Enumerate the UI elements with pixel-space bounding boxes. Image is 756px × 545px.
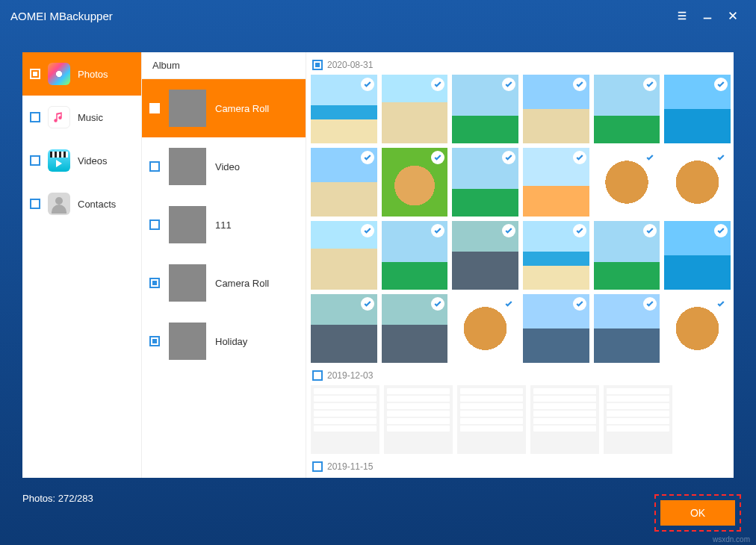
album-holiday[interactable]: Holiday <box>142 312 306 370</box>
close-button[interactable] <box>720 5 746 26</box>
category-contacts[interactable]: Contacts <box>22 182 141 225</box>
selected-check-icon <box>573 78 586 91</box>
photo-thumbnail[interactable] <box>664 75 731 143</box>
selected-check-icon <box>502 78 515 91</box>
date-group-header[interactable]: 2019-12-03 <box>311 367 731 385</box>
photo-thumbnail[interactable] <box>311 221 377 290</box>
category-label: Videos <box>78 155 108 166</box>
photo-thumbnail[interactable] <box>452 221 518 290</box>
title-bar: AOMEI MBackupper <box>0 0 756 31</box>
checkbox-icon[interactable] <box>30 112 40 122</box>
selected-check-icon <box>361 224 374 237</box>
photo-thumbnail[interactable] <box>382 75 448 143</box>
date-group: 2020-08-31 <box>311 57 731 363</box>
ok-button[interactable]: OK <box>660 500 735 526</box>
photo-thumbnail[interactable] <box>594 294 660 363</box>
photo-thumbnail[interactable] <box>530 385 599 454</box>
photo-thumbnail[interactable] <box>594 75 660 143</box>
category-label: Photos <box>78 69 108 80</box>
photo-thumbnail[interactable] <box>523 148 589 217</box>
album-thumbnail <box>169 90 206 127</box>
checkbox-icon[interactable] <box>30 69 40 79</box>
selected-check-icon <box>714 78 728 91</box>
checkbox-icon[interactable] <box>312 461 323 472</box>
checkbox-icon[interactable] <box>312 60 323 70</box>
date-group-header[interactable]: 2020-08-31 <box>311 57 731 75</box>
photo-thumbnail[interactable] <box>664 294 731 363</box>
selected-check-icon <box>502 151 515 164</box>
album-111[interactable]: 111 <box>142 196 306 254</box>
selected-check-icon <box>643 78 657 91</box>
checkbox-icon[interactable] <box>149 336 160 346</box>
photo-thumbnail[interactable] <box>382 221 448 290</box>
selected-check-icon <box>502 224 515 237</box>
photo-thumbnail[interactable] <box>382 294 448 363</box>
album-camera-roll-2[interactable]: Camera Roll <box>142 254 306 312</box>
photo-thumbnail[interactable] <box>452 75 518 143</box>
album-video[interactable]: Video <box>142 137 306 196</box>
checkbox-icon[interactable] <box>312 370 323 381</box>
photo-thumbnail[interactable] <box>384 385 453 454</box>
date-group-header[interactable]: 2019-11-15 <box>311 458 731 476</box>
photo-thumbnail[interactable] <box>523 294 589 363</box>
photo-thumbnail[interactable] <box>311 294 377 363</box>
checkbox-icon[interactable] <box>30 155 40 166</box>
checkbox-icon[interactable] <box>149 278 160 288</box>
photo-thumbnail[interactable] <box>452 294 518 363</box>
category-photos[interactable]: Photos <box>22 52 141 96</box>
date-group: 2019-12-03 <box>311 367 731 454</box>
photo-thumbnail[interactable] <box>523 75 589 143</box>
selected-check-icon <box>431 78 444 91</box>
selected-check-icon <box>431 151 444 164</box>
videos-icon <box>48 149 70 172</box>
album-label: Camera Roll <box>215 103 269 114</box>
photo-thumbnail[interactable] <box>664 148 731 217</box>
contacts-icon <box>48 193 70 215</box>
photo-thumbnail[interactable] <box>311 148 377 217</box>
album-thumbnail <box>169 264 206 302</box>
list-view-icon[interactable] <box>669 5 695 26</box>
selected-check-icon <box>573 297 586 311</box>
photo-thumbnail[interactable] <box>311 75 377 143</box>
watermark: wsxdn.com <box>713 535 750 544</box>
album-label: Holiday <box>215 336 247 347</box>
photo-thumbnail[interactable] <box>594 148 660 217</box>
selected-check-icon <box>714 297 728 311</box>
checkbox-icon[interactable] <box>149 103 160 113</box>
checkbox-icon[interactable] <box>149 161 160 172</box>
music-icon <box>48 106 70 128</box>
category-music[interactable]: Music <box>22 96 141 139</box>
category-label: Music <box>78 112 103 123</box>
photo-grid-panel[interactable]: 2020-08-312019-12-032019-11-15 <box>306 52 734 478</box>
minimize-button[interactable] <box>695 5 720 26</box>
photo-thumbnail[interactable] <box>664 221 731 290</box>
checkbox-icon[interactable] <box>149 219 160 230</box>
photo-thumbnail[interactable] <box>457 385 526 454</box>
category-videos[interactable]: Videos <box>22 139 141 182</box>
selected-check-icon <box>502 297 515 311</box>
date-label: 2019-12-03 <box>327 370 373 381</box>
photo-thumbnail[interactable] <box>594 221 660 290</box>
photo-thumbnail[interactable] <box>452 148 518 217</box>
photos-icon <box>48 63 70 85</box>
album-camera-roll-1[interactable]: Camera Roll <box>142 79 306 137</box>
selection-counter: Photos: 272/283 <box>22 493 93 504</box>
checkbox-icon[interactable] <box>30 199 40 209</box>
selected-check-icon <box>361 78 374 91</box>
date-label: 2020-08-31 <box>327 60 373 70</box>
selected-check-icon <box>714 151 728 164</box>
main-window: Photos Music Videos Contacts Album Camer… <box>22 52 734 478</box>
photo-thumbnail[interactable] <box>523 221 589 290</box>
photo-thumbnail[interactable] <box>311 385 379 454</box>
selected-check-icon <box>714 224 728 237</box>
album-label: 111 <box>215 219 232 231</box>
photo-thumbnail[interactable] <box>382 148 448 217</box>
photo-thumbnail[interactable] <box>604 385 672 454</box>
category-label: Contacts <box>78 199 116 210</box>
selected-check-icon <box>431 297 444 311</box>
selected-check-icon <box>643 224 657 237</box>
date-label: 2019-11-15 <box>327 461 373 472</box>
selected-check-icon <box>573 224 586 237</box>
app-title: AOMEI MBackupper <box>10 10 113 22</box>
album-thumbnail <box>169 206 206 243</box>
